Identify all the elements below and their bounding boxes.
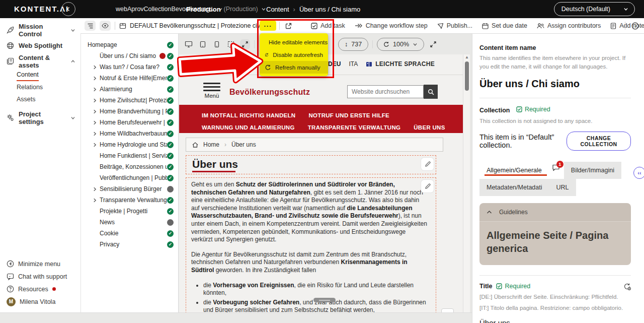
element-changes-icon[interactable] (623, 283, 631, 290)
toolbar-divider (372, 40, 373, 48)
published-status-icon: ✓ (167, 97, 174, 104)
custom-size-button[interactable] (226, 39, 236, 49)
user-menu[interactable]: M Milena Vitola (0, 296, 80, 307)
site-nav-link[interactable]: WARNUNG UND ALARMIERUNG (202, 124, 295, 131)
edit-richtext-button[interactable] (421, 180, 434, 192)
tab-images[interactable]: Bilder/Immagini (564, 162, 621, 179)
content-assets-icon (7, 57, 14, 65)
published-status-icon: ✓ (167, 197, 174, 204)
menu-item-disable-autorefresh[interactable]: Disable autorefresh (260, 48, 328, 61)
resources-button[interactable]: Resources (0, 283, 80, 295)
tab-url[interactable]: URL (549, 179, 576, 196)
sidebar-item-mission-control[interactable]: Mission Control (0, 22, 80, 38)
chevron-left-icon (66, 7, 71, 12)
back-button[interactable] (61, 2, 75, 16)
phone-icon (214, 41, 219, 48)
change-workflow-step-button[interactable]: Change workflow step (355, 22, 428, 29)
content-tree-toggle-button[interactable] (85, 21, 96, 31)
tree-item[interactable]: Home Wildbachverbauung | B... ✓ (80, 128, 178, 139)
tree-item[interactable]: Projekte | Progetti ✓ (80, 206, 178, 217)
site-nav-link[interactable]: ÜBER UNS (414, 124, 445, 131)
tree-item[interactable]: Transparente Verwaltung | A... ✓ (80, 195, 178, 206)
tablet-preview-button[interactable] (198, 39, 208, 49)
refresh-icon (265, 64, 271, 71)
editable-heading-block[interactable]: Über uns (186, 155, 436, 174)
content-item-name-value[interactable]: Über uns / Chi siamo (479, 78, 631, 90)
chevron-down-icon (70, 28, 75, 33)
chat-with-support-button[interactable]: Chat with support (0, 271, 80, 282)
scrollbar-thumb[interactable] (465, 61, 469, 91)
assign-contributors-button[interactable]: Assign contributors (537, 22, 601, 29)
tree-item[interactable]: Über uns / Chi siamo ✓ (80, 50, 178, 61)
preview-resize-handle[interactable] (313, 298, 336, 302)
language-selector[interactable]: Deutsch (Default) (554, 2, 635, 16)
sidebar-item-assets[interactable]: Assets (0, 93, 80, 105)
viewport-height-field[interactable]: ↕ 737 (338, 38, 368, 51)
site-breadcrumb-home[interactable]: Home (203, 141, 219, 148)
menu-item-hide-editable-elements[interactable]: Hide editable elements (260, 36, 328, 48)
tab-metadata-label: Metadaten/Metadati (487, 184, 542, 191)
menu-item-refresh-manually[interactable]: Refresh manually (260, 61, 328, 74)
phone-preview-button[interactable] (212, 39, 222, 49)
sidebar-item-web-spotlight[interactable]: Web Spotlight (0, 38, 80, 53)
site-easy-language-link[interactable]: LEICHTE SPRACHE (366, 60, 435, 68)
preview-toggle-button[interactable] (100, 21, 111, 31)
sidebar-item-content[interactable]: Content (17, 69, 39, 81)
publish-button[interactable]: Publish... (437, 22, 472, 29)
fullscreen-button[interactable] (428, 39, 438, 49)
tree-item[interactable]: Cookie ✓ (80, 228, 178, 239)
tab-url-label: URL (556, 184, 569, 191)
space-selector[interactable]: DEFAULT Bevölkerungsschutz | Protezione … (119, 22, 275, 29)
site-scrollbar[interactable]: ▲ ▼ (463, 54, 470, 323)
title-value[interactable]: Über uns (479, 318, 631, 323)
tree-item[interactable]: News ✓ (80, 217, 178, 228)
desktop-preview-button[interactable] (184, 39, 194, 49)
guidelines-header[interactable]: Guidelines (479, 203, 631, 221)
site-menu-button[interactable]: Menü (202, 83, 222, 99)
site-search-input[interactable] (347, 85, 424, 98)
site-nav-link[interactable]: NOTRUF UND ERSTE HILFE (308, 112, 389, 118)
set-due-date-button[interactable]: Set due date (482, 22, 527, 29)
collapse-panel-button[interactable]: ‹‹ (633, 167, 644, 179)
add-task-button[interactable]: Add task (311, 22, 345, 29)
site-lang-ita[interactable]: ITA (349, 60, 358, 68)
tree-item[interactable]: Home Zivilschutz| Protezione ... ✓ (80, 95, 178, 106)
tree-list-icon (87, 23, 94, 29)
tree-item[interactable]: Beiträge, Konzessionen und ... ✓ (80, 161, 178, 172)
fit-screen-button[interactable] (240, 39, 250, 49)
site-lang-deu[interactable]: DEU (328, 60, 341, 68)
tree-item[interactable]: Home Brandverhütung | Prev... ✓ (80, 106, 178, 117)
tree-item[interactable]: Home Funkdienst | Servizio ra... ✓ (80, 150, 178, 161)
tree-item[interactable]: Home Berufsfeuerwehr | Cor... ✓ (80, 117, 178, 128)
change-collection-button[interactable]: CHANGE COLLECTION (567, 132, 631, 151)
tree-item[interactable]: Alarmierung ✓ (80, 84, 178, 95)
tree-item[interactable]: Privacy ✓ (80, 239, 178, 250)
tree-item[interactable]: Homepage ✓ (80, 39, 178, 50)
published-status-icon: ✓ (167, 75, 174, 82)
tree-item[interactable]: Veröffentlichungen | Pubblica... ✓ (80, 172, 178, 183)
site-nav-link[interactable]: TRANSPARENTE VERWALTUNG (308, 124, 401, 131)
environment-selector[interactable]: Production (Production) (186, 0, 266, 18)
zoom-selector[interactable]: 100% (377, 38, 424, 51)
minimize-menu-button[interactable]: Minimize menu (0, 258, 80, 270)
site-search-button[interactable] (424, 85, 438, 99)
more-options-button[interactable]: ··· (260, 21, 276, 31)
question-circle-icon (7, 285, 14, 293)
sidebar-item-relations[interactable]: Relations (0, 81, 80, 93)
open-preview-button[interactable] (284, 21, 294, 31)
sidebar-item-project-settings[interactable]: Project settings (0, 110, 80, 125)
scrollbar-up-arrow[interactable]: ▲ (465, 55, 469, 59)
tree-item[interactable]: Was tun? / Cosa fare? ✓ (80, 61, 178, 73)
tree-item[interactable]: Sensibilisierung Bürger ✓ (80, 183, 178, 195)
editable-richtext-block[interactable]: Geht es um den Schutz der Südtirolerinne… (186, 177, 436, 323)
info-icon[interactable] (631, 22, 639, 30)
sidebar-item-content-assets[interactable]: Content & assets (0, 53, 80, 69)
tree-item[interactable]: Notruf & Erste Hilfe|Emergenz... ✓ (80, 73, 178, 84)
tab-metadata[interactable]: Metadaten/Metadati (479, 179, 549, 196)
comments-indicator[interactable]: 1 (552, 164, 560, 171)
tab-general[interactable]: Allgemein/Generale 1 (479, 162, 564, 179)
site-nav-link[interactable]: IM NOTFALL RICHTIG HANDELN (202, 112, 295, 118)
tree-item[interactable]: Home Hydrologie und Stauanl... ✓ (80, 139, 178, 150)
breadcrumb-section[interactable]: Content (266, 6, 289, 13)
edit-heading-button[interactable] (421, 158, 434, 170)
